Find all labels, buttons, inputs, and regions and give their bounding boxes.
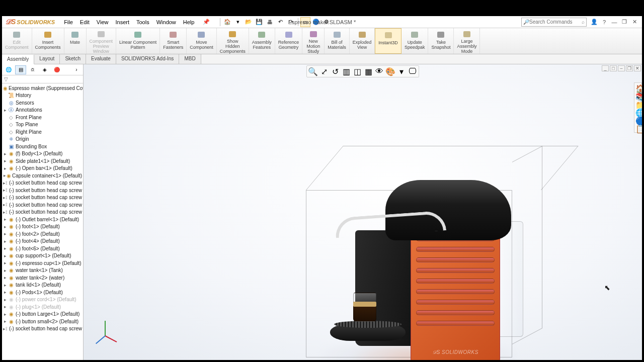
expand-icon[interactable]: ▸ xyxy=(3,319,8,324)
ribbon-assembly[interactable]: AssemblyFeatures xyxy=(249,28,275,54)
design-lib-icon[interactable]: 📚 xyxy=(635,92,642,99)
expand-icon[interactable]: ▸ xyxy=(3,275,8,280)
ribbon-linear-component[interactable]: Linear ComponentPattern xyxy=(116,28,160,54)
ribbon-insert[interactable]: InsertComponents xyxy=(32,28,64,54)
expand-icon[interactable]: ▸ xyxy=(3,260,8,265)
tree-item[interactable]: 📜History xyxy=(2,92,83,100)
home-icon[interactable]: 🏠 xyxy=(222,17,232,27)
panel-expand-icon[interactable]: › xyxy=(71,65,82,74)
display-style-icon[interactable]: ▦ xyxy=(363,67,373,76)
view-palette-icon[interactable]: 🌐 xyxy=(635,108,642,115)
tree-item[interactable]: ▸⟟(-) socket button head cap screw xyxy=(2,179,83,187)
property-tab-icon[interactable]: ▤ xyxy=(15,65,26,74)
vp-min-icon[interactable]: _ xyxy=(602,65,609,71)
undo-icon[interactable]: ↶ xyxy=(275,17,285,27)
tree-item[interactable]: ▸⟟(-) socket button head cap screw xyxy=(2,209,83,216)
tree-root[interactable]: ◉ Espresso maker (Suppressed Coffee a xyxy=(2,84,83,92)
expand-icon[interactable]: ▸ xyxy=(3,312,8,317)
ribbon-bill-of[interactable]: Bill ofMaterials xyxy=(325,28,350,54)
zoom-area-icon[interactable]: ⤢ xyxy=(319,67,329,76)
tree-item[interactable]: ▸⟟(-) socket button head cap screw xyxy=(2,201,83,209)
tab-mbd[interactable]: MBD xyxy=(179,54,201,64)
expand-icon[interactable]: ▸ xyxy=(3,304,8,309)
ribbon-update[interactable]: UpdateSpeedpak xyxy=(401,28,429,54)
open-icon[interactable]: 📂 xyxy=(244,17,254,27)
menu-file[interactable]: File xyxy=(61,18,76,27)
expand-icon[interactable]: ▸ xyxy=(3,239,8,244)
ribbon-move[interactable]: MoveComponent xyxy=(187,28,217,54)
tree-item[interactable]: ▸◉water tank<1> (Tank) xyxy=(2,267,83,275)
display-tab-icon[interactable]: ◈ xyxy=(39,65,50,74)
tab-assembly[interactable]: Assembly xyxy=(2,55,34,64)
appearance-icon[interactable]: 🎨 xyxy=(385,67,395,76)
ribbon-mate[interactable]: Mate xyxy=(64,28,87,54)
menu-insert[interactable]: Insert xyxy=(112,18,132,27)
tree-item[interactable]: ▸◉water tank<2> (water) xyxy=(2,274,83,282)
custom-props-icon[interactable]: 📋 xyxy=(635,124,642,131)
tree-item[interactable]: ▣Bounding Box xyxy=(2,143,83,150)
tree-item[interactable]: ▸◉(-) Outlet barrel<1> (Default) xyxy=(2,216,83,223)
tree-item[interactable]: ▸◉(-) foot<6> (Default) xyxy=(2,245,83,252)
expand-icon[interactable]: ▸ xyxy=(3,297,8,302)
ribbon-take[interactable]: TakeSnapshot xyxy=(428,28,454,54)
user-icon[interactable]: 👤 xyxy=(591,19,598,26)
tree-item[interactable]: ▸◉(-) Open bar<1> (Default) xyxy=(2,165,83,172)
menu-help[interactable]: Help xyxy=(180,18,198,27)
graphics-viewport[interactable]: 🔍 ⤢ ↺ ▥ ◫ ▦ 👁 🎨 ▾ 🖵 _ □ – ❐ ✕ 🏠 📚 xyxy=(84,64,642,360)
pin-icon[interactable]: 📌 xyxy=(201,17,211,27)
tree-item[interactable]: ▸◉(f) Body<1> (Default) xyxy=(2,150,83,158)
vp-max-icon[interactable]: □ xyxy=(610,65,617,71)
close-button[interactable]: ✕ xyxy=(631,19,638,26)
ribbon-reference[interactable]: ReferenceGeometry xyxy=(275,28,303,54)
tree-item[interactable]: ▸⟟(-) socket button head cap screw xyxy=(2,194,83,202)
tree-item[interactable]: ◇Front Plane xyxy=(2,114,83,121)
new-icon[interactable]: ▾ xyxy=(233,17,243,27)
ribbon-new[interactable]: NewMotionStudy xyxy=(302,28,325,54)
tree-item[interactable]: ▸◉(-) foot<2> (Default) xyxy=(2,230,83,238)
tab-sketch[interactable]: Sketch xyxy=(60,54,86,64)
tree-item[interactable]: ▸◉(-) espresso cup<1> (Default) xyxy=(2,259,83,267)
prev-view-icon[interactable]: ↺ xyxy=(330,67,340,76)
tree-item[interactable]: ▸◉(-) Pods<1> (Default) xyxy=(2,289,83,296)
orientation-triad[interactable] xyxy=(96,315,121,340)
resources-icon[interactable]: 🏠 xyxy=(635,84,642,91)
tree-item[interactable]: ▸◉tank lid<1> (Default) xyxy=(2,282,83,289)
tab-solidworks-add-ins[interactable]: SOLIDWORKS Add-Ins xyxy=(116,54,179,64)
save-icon[interactable]: 💾 xyxy=(254,17,264,27)
tree-item[interactable]: ▸◉cup support<1> (Default) xyxy=(2,252,83,260)
expand-icon[interactable]: ▸ xyxy=(3,217,8,222)
tree-item[interactable]: ◇Top Plane xyxy=(2,121,83,129)
expand-icon[interactable]: ▸ xyxy=(3,151,8,156)
search-input[interactable] xyxy=(529,19,582,25)
appearance-tab-icon[interactable]: 🔴 xyxy=(51,65,62,74)
menu-tools[interactable]: Tools xyxy=(133,18,152,27)
tree-item[interactable]: ◇Right Plane xyxy=(2,128,83,136)
expand-icon[interactable]: ▸ xyxy=(3,246,8,251)
tree-filter[interactable]: ▽ xyxy=(2,75,83,83)
help-icon[interactable]: ? xyxy=(601,19,608,26)
zoom-fit-icon[interactable]: 🔍 xyxy=(308,67,318,76)
minimize-button[interactable]: — xyxy=(611,19,618,26)
restore-button[interactable]: ❐ xyxy=(621,19,628,26)
vp-close-icon[interactable]: ✕ xyxy=(634,65,641,71)
search-commands[interactable]: 🔎 ⌕ xyxy=(521,18,587,27)
tree-item[interactable]: ▸◉(-) foot<1> (Default) xyxy=(2,223,83,231)
tree-item[interactable]: ▸◉Side plate1<1> (Default) xyxy=(2,157,83,165)
tree-item[interactable]: ⁜Origin xyxy=(2,136,83,143)
ribbon-instant3d[interactable]: Instant3D xyxy=(375,28,401,54)
expand-icon[interactable]: ▸ xyxy=(3,224,8,229)
tree-item[interactable]: ▸◉Capsule container<1> (Default) xyxy=(2,172,83,179)
tree-item[interactable]: ▸⟟(-) socket button head cap screw xyxy=(2,187,83,194)
section-view-icon[interactable]: ▥ xyxy=(341,67,351,76)
tree-item[interactable]: ▸◉(-) button Large<1> (Default) xyxy=(2,311,83,318)
expand-icon[interactable]: ▸ xyxy=(3,268,8,273)
file-explorer-icon[interactable]: 📁 xyxy=(635,100,642,107)
tree-item[interactable]: ▸⟟(-) socket button head cap screw xyxy=(2,325,83,333)
expand-icon[interactable]: ▸ xyxy=(3,231,8,236)
view-orient-icon[interactable]: ◫ xyxy=(352,67,362,76)
menu-view[interactable]: View xyxy=(94,18,112,27)
menu-window[interactable]: Window xyxy=(153,18,179,27)
ribbon-show[interactable]: ShowHiddenComponents xyxy=(217,28,249,54)
tree-item[interactable]: ▸ⒶAnnotations xyxy=(2,107,83,114)
expand-icon[interactable]: ▸ xyxy=(3,158,8,163)
